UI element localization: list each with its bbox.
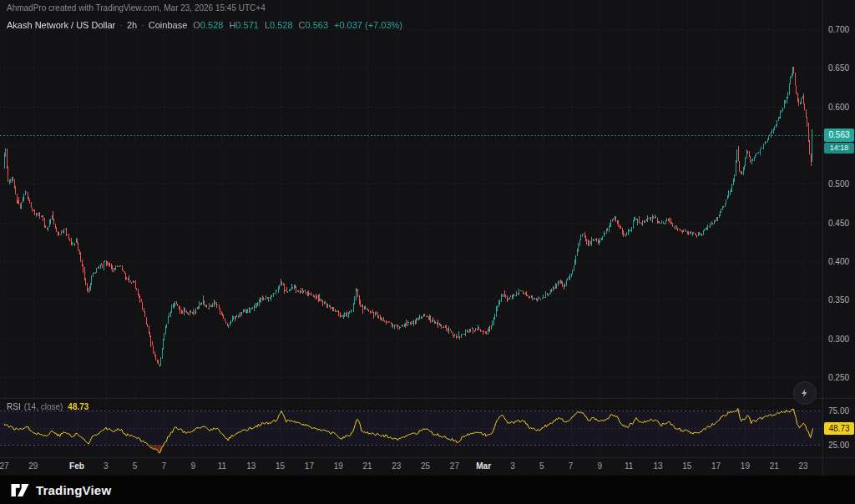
price-tick-label: 0.600 bbox=[828, 103, 849, 112]
tradingview-snapshot: AhmadPro created with TradingView.com, M… bbox=[0, 0, 855, 504]
price-tick-label: 0.650 bbox=[828, 63, 849, 73]
rsi-value: 48.73 bbox=[68, 402, 89, 411]
time-label: Mar bbox=[476, 461, 491, 471]
bar-countdown-badge: 14:18 bbox=[824, 143, 854, 154]
price-axis[interactable]: 0.563 14:18 48.73 0.7000.6500.6000.5000.… bbox=[822, 0, 855, 476]
quick-action-button[interactable] bbox=[793, 381, 817, 405]
time-label: 29 bbox=[28, 461, 38, 471]
time-label: 21 bbox=[770, 461, 779, 471]
time-label: 9 bbox=[190, 461, 195, 471]
rsi-pane-canvas[interactable] bbox=[0, 399, 822, 457]
last-price-badge: 0.563 bbox=[824, 129, 854, 142]
tradingview-brand-text: TradingView bbox=[36, 483, 111, 497]
lightning-icon bbox=[800, 388, 810, 398]
price-tick-label: 0.250 bbox=[828, 373, 849, 382]
rsi-legend[interactable]: RSI(14, close)48.73 bbox=[7, 402, 89, 411]
open-value: 0.528 bbox=[200, 20, 224, 30]
time-label: 7 bbox=[569, 461, 574, 471]
axis-divider bbox=[0, 457, 855, 458]
time-label: 3 bbox=[104, 461, 109, 471]
open-label: O bbox=[193, 20, 200, 30]
time-label: 17 bbox=[305, 461, 314, 471]
time-label: 7 bbox=[162, 461, 167, 471]
legend-separator: · bbox=[141, 20, 144, 30]
time-label: 19 bbox=[741, 461, 750, 471]
time-label: 13 bbox=[653, 461, 662, 471]
price-tick-label: 0.500 bbox=[828, 179, 849, 189]
price-tick-label: 0.450 bbox=[828, 219, 849, 228]
rsi-tick-label: 75.00 bbox=[828, 406, 849, 416]
plot-area[interactable]: AhmadPro created with TradingView.com, M… bbox=[0, 0, 822, 476]
chart-widget: AhmadPro created with TradingView.com, M… bbox=[0, 0, 855, 476]
time-label: Feb bbox=[69, 461, 84, 471]
time-label: 15 bbox=[682, 461, 691, 471]
time-axis[interactable]: 2729Feb3579111315171921232527Mar35791113… bbox=[0, 458, 822, 476]
time-label: 25 bbox=[421, 461, 430, 471]
attribution-text: AhmadPro created with TradingView.com, M… bbox=[7, 3, 266, 13]
time-label: 11 bbox=[218, 461, 226, 471]
time-label: 23 bbox=[392, 461, 401, 471]
rsi-params: (14, close) bbox=[24, 402, 63, 411]
time-label: 5 bbox=[539, 461, 544, 471]
rsi-title[interactable]: RSI bbox=[7, 402, 21, 411]
time-label: 27 bbox=[0, 461, 9, 471]
price-pane-canvas[interactable] bbox=[0, 0, 822, 398]
rsi-value-badge: 48.73 bbox=[824, 422, 854, 435]
time-label: 19 bbox=[334, 461, 343, 471]
symbol-legend[interactable]: Akash Network / US Dollar·2h·CoinbaseO0.… bbox=[7, 20, 402, 30]
interval-label[interactable]: 2h bbox=[127, 20, 137, 30]
time-label: 21 bbox=[362, 461, 372, 471]
price-tick-label: 0.400 bbox=[828, 257, 849, 266]
time-label: 27 bbox=[450, 461, 459, 471]
time-label: 3 bbox=[510, 461, 515, 471]
time-label: 11 bbox=[625, 461, 633, 471]
time-label: 15 bbox=[276, 461, 285, 471]
low-value: 0.528 bbox=[270, 20, 293, 30]
time-label: 13 bbox=[246, 461, 255, 471]
legend-separator: · bbox=[119, 20, 123, 30]
time-label: 23 bbox=[798, 461, 807, 471]
pane-divider[interactable] bbox=[0, 398, 855, 399]
footer-bar: TradingView bbox=[0, 476, 855, 504]
tradingview-logo-icon bbox=[10, 482, 30, 498]
close-value: 0.563 bbox=[305, 20, 328, 30]
price-tick-label: 0.350 bbox=[828, 295, 849, 305]
time-label: 5 bbox=[133, 461, 138, 471]
time-label: 17 bbox=[711, 461, 721, 471]
exchange-label: Coinbase bbox=[149, 20, 187, 30]
high-value: 0.571 bbox=[235, 20, 259, 30]
time-label: 9 bbox=[598, 461, 603, 471]
tradingview-logo-link[interactable]: TradingView bbox=[10, 482, 111, 498]
symbol-title[interactable]: Akash Network / US Dollar bbox=[7, 20, 115, 30]
price-tick-label: 0.300 bbox=[828, 335, 849, 344]
change-value: +0.037 (+7.03%) bbox=[334, 20, 402, 30]
rsi-tick-label: 25.00 bbox=[828, 441, 849, 450]
price-tick-label: 0.700 bbox=[828, 25, 849, 34]
